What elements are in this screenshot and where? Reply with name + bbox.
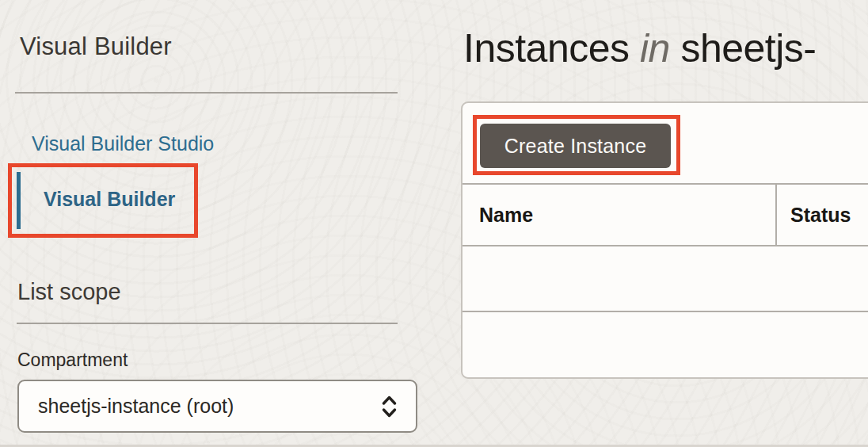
compartment-select[interactable]: sheetjs-instance (root) [17,380,417,433]
instances-panel: Create Instance Name Status [461,101,868,379]
compartment-label: Compartment [17,350,128,372]
page-title-base: Instances [463,26,630,71]
sidebar-divider-top [15,92,398,94]
table-header-row: Name Status [463,185,868,246]
column-header-name: Name [479,204,533,227]
column-divider [775,185,777,245]
list-scope-divider [17,323,398,324]
sidebar-title: Visual Builder [20,33,172,60]
page-title: Instancesinsheetjs- [463,26,817,72]
sidebar-item-visual-builder-studio[interactable]: Visual Builder Studio [32,132,214,155]
page-title-scope: sheetjs- [680,26,816,71]
select-chevrons-icon [379,392,400,421]
instances-toolbar: Create Instance [463,103,868,185]
page-title-connector: in [640,26,670,71]
table-row [463,246,868,312]
list-scope-title: List scope [17,280,121,305]
create-instance-button[interactable]: Create Instance [480,124,671,168]
column-header-status: Status [790,204,851,227]
table-row [463,312,868,374]
sidebar-item-visual-builder[interactable]: Visual Builder [44,188,175,211]
compartment-select-value: sheetjs-instance (root) [38,395,234,418]
app-root: Visual Builder Visual Builder Studio Vis… [0,0,868,447]
selected-indicator [17,172,21,229]
